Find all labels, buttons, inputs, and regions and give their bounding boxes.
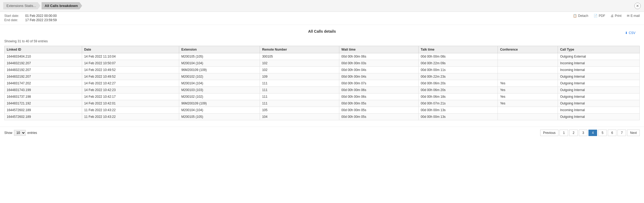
start-date-value: 01 Feb 2022 00:00:00	[25, 14, 57, 18]
meta-bar: Start date: 01 Feb 2022 00:00:00 End dat…	[0, 12, 644, 25]
entries-select[interactable]: 10 25 50	[14, 130, 26, 136]
start-date-label: Start date:	[4, 14, 23, 18]
header-bar: Extensions Statis... All Calls breakdown…	[0, 0, 644, 12]
table-header-row: Linked ID Date Extension Remote Number W…	[5, 46, 640, 53]
entries-info: Showing 31 to 40 of 59 entries	[4, 39, 640, 43]
footer-bar: Show 10 25 50 entries Previous1234567Nex…	[0, 127, 644, 139]
table-row: 1644833404.21014 Feb 2022 11:10:04M20010…	[5, 53, 640, 60]
title-row: All Calls details ⬇ CSV	[4, 29, 640, 37]
page-button-6[interactable]: 6	[608, 130, 616, 136]
col-wait-time: Wait time	[339, 46, 418, 53]
csv-button[interactable]: ⬇ CSV	[625, 31, 635, 35]
next-button[interactable]: Next	[627, 130, 640, 136]
page-button-3[interactable]: 3	[579, 130, 587, 136]
csv-icon: ⬇	[625, 31, 628, 35]
end-date-value: 17 Feb 2022 23:59:59	[25, 18, 57, 22]
table-row: 1644831747.20214 Feb 2022 10:42:27M20010…	[5, 80, 640, 87]
page-button-2[interactable]: 2	[569, 130, 578, 136]
table-row: 1644831737.19814 Feb 2022 10:42:17M20010…	[5, 93, 640, 100]
table-row: 1644831721.19214 Feb 2022 10:42:0196M200…	[5, 100, 640, 107]
email-button[interactable]: ✉ E-mail	[627, 14, 640, 18]
breadcrumb-all-calls[interactable]: All Calls breakdown	[42, 2, 82, 9]
print-button[interactable]: 🖨 Print	[610, 14, 621, 18]
col-remote-number: Remote Number	[260, 46, 339, 53]
table-row: 1644832192.20714 Feb 2022 10:50:07M20010…	[5, 60, 640, 67]
section-title: All Calls details	[308, 29, 336, 33]
previous-button[interactable]: Previous	[540, 130, 559, 136]
detach-label: Detach	[578, 14, 588, 18]
page-button-5[interactable]: 5	[598, 130, 607, 136]
table-body: 1644833404.21014 Feb 2022 11:10:04M20010…	[5, 53, 640, 120]
breadcrumb-extensions[interactable]: Extensions Statis...	[3, 2, 41, 9]
detach-button[interactable]: 📋 Detach	[573, 14, 588, 18]
action-buttons: 📋 Detach 📄 PDF 🖨 Print ✉ E-mail	[573, 14, 640, 18]
page-button-4[interactable]: 4	[588, 130, 597, 136]
print-label: Print	[615, 14, 621, 18]
calls-table: Linked ID Date Extension Remote Number W…	[4, 46, 640, 120]
table-row: 1644572602.18911 Feb 2022 10:43:22M20010…	[5, 114, 640, 120]
col-date: Date	[82, 46, 179, 53]
end-date-label: End date:	[4, 18, 23, 22]
table-row: 1644832192.20714 Feb 2022 10:49:52M20010…	[5, 73, 640, 80]
pdf-icon: 📄	[594, 14, 598, 18]
col-linked-id: Linked ID	[5, 46, 82, 53]
show-entries: Show 10 25 50 entries	[4, 130, 37, 136]
table-row: 1644831743.19914 Feb 2022 10:42:23M20010…	[5, 87, 640, 93]
entries-label: entries	[27, 131, 37, 135]
table-row: 1644832192.20714 Feb 2022 10:49:5296M200…	[5, 67, 640, 73]
content-area: All Calls details ⬇ CSV Showing 31 to 40…	[0, 25, 644, 125]
csv-label: CSV	[629, 31, 635, 35]
table-row: 1644572602.18911 Feb 2022 10:43:22M20010…	[5, 107, 640, 114]
col-talk-time: Talk time	[418, 46, 498, 53]
email-label: E-mail	[631, 14, 640, 18]
email-icon: ✉	[627, 14, 630, 18]
date-range: Start date: 01 Feb 2022 00:00:00 End dat…	[4, 14, 573, 22]
col-extension: Extension	[179, 46, 260, 53]
print-icon: 🖨	[610, 14, 614, 18]
col-call-type: Call Type	[558, 46, 640, 53]
detach-icon: 📋	[573, 14, 577, 18]
pdf-label: PDF	[599, 14, 605, 18]
page-button-1[interactable]: 1	[560, 130, 568, 136]
pagination: Previous1234567Next	[540, 130, 640, 136]
close-button[interactable]: ✕	[634, 3, 641, 9]
pdf-button[interactable]: 📄 PDF	[594, 14, 605, 18]
col-conference: Conference	[498, 46, 558, 53]
page-button-7[interactable]: 7	[617, 130, 626, 136]
show-label: Show	[4, 131, 12, 135]
